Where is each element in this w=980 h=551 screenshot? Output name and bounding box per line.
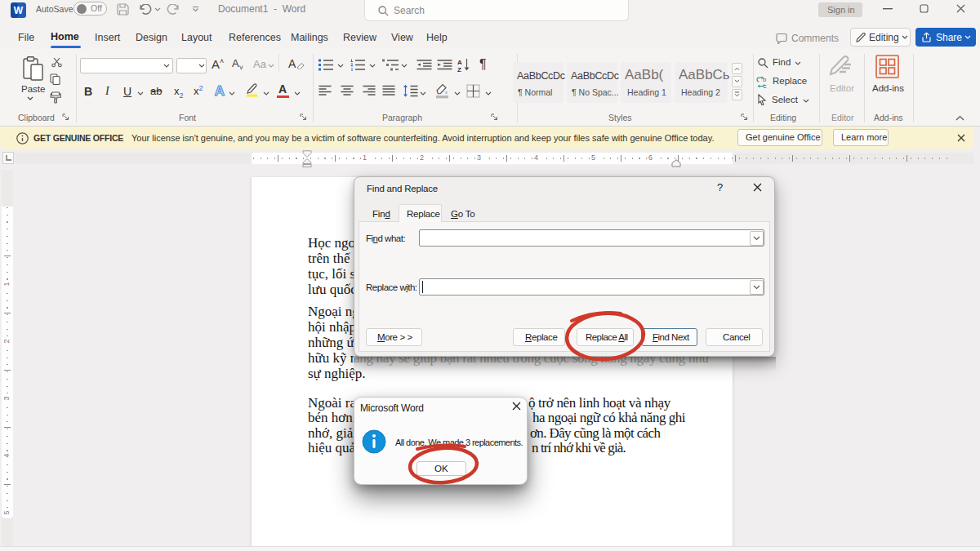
svg-text:A: A xyxy=(215,83,225,99)
svg-text:W: W xyxy=(14,5,24,16)
svg-text:Z: Z xyxy=(457,66,461,73)
svg-text:A: A xyxy=(457,59,462,66)
